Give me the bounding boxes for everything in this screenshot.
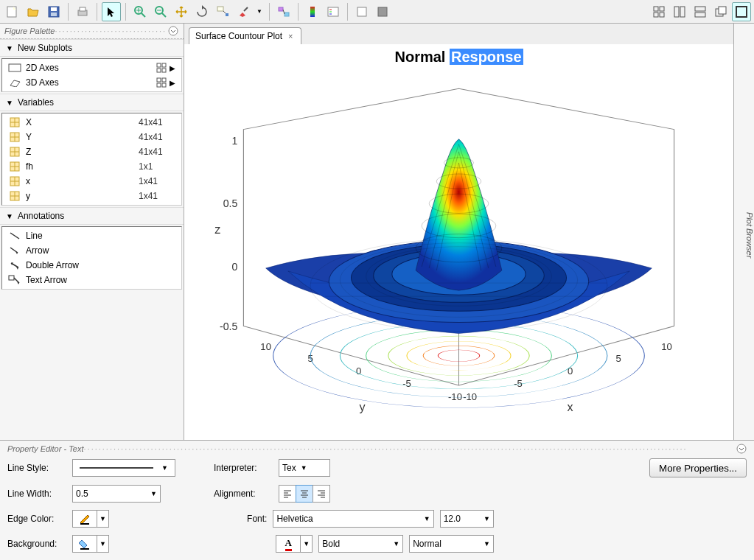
- variable-row[interactable]: X41x41: [4, 115, 180, 130]
- svg-line-70: [14, 278, 19, 283]
- edge-color-picker[interactable]: ▼: [72, 510, 109, 528]
- brush-button[interactable]: [234, 2, 253, 21]
- variable-icon: [8, 176, 21, 186]
- chevron-down-icon: ▼: [6, 212, 13, 220]
- font-angle-combo[interactable]: Normal ▼: [409, 535, 494, 553]
- colorbar-button[interactable]: [303, 2, 322, 21]
- alignment-label: Alignment:: [214, 489, 273, 499]
- new-subplots-body: 2D Axes ▶ 3D Axes ▶: [1, 58, 182, 92]
- font-color-picker[interactable]: A ▼: [276, 535, 313, 553]
- svg-text:y: y: [360, 400, 366, 413]
- align-right-button[interactable]: [313, 485, 330, 503]
- chevron-down-icon: ▼: [97, 535, 109, 553]
- font-weight-combo[interactable]: Bold ▼: [318, 535, 403, 553]
- variable-row[interactable]: fh1x1: [4, 159, 180, 174]
- alignment-group: [279, 485, 330, 503]
- open-button[interactable]: [24, 2, 43, 21]
- font-family-combo[interactable]: Helvetica ▼: [273, 510, 433, 528]
- interpreter-combo[interactable]: Tex ▼: [279, 459, 330, 477]
- zoom-out-button[interactable]: [151, 2, 170, 21]
- figure-palette-title: Figure Palette ·························…: [0, 24, 184, 39]
- save-button[interactable]: [44, 2, 63, 21]
- layout-grid-button[interactable]: [649, 2, 669, 21]
- rotate-button[interactable]: [192, 2, 212, 21]
- font-size-combo[interactable]: 12.0 ▼: [440, 510, 494, 528]
- layout-single-button[interactable]: [732, 2, 751, 21]
- layout-rows-button[interactable]: [691, 2, 710, 21]
- close-tab-button[interactable]: ×: [287, 32, 294, 41]
- title-dots: ·······························: [55, 27, 167, 35]
- subplot-3d-axes[interactable]: 3D Axes ▶: [4, 75, 180, 90]
- svg-text:10: 10: [260, 341, 271, 352]
- plot-canvas[interactable]: Normal Response -0.5 0 0.5 1 z: [184, 44, 733, 440]
- variable-size: 41x41: [139, 132, 175, 142]
- new-subplots-header[interactable]: ▼ New Subplots: [0, 39, 184, 57]
- font-weight-value: Bold: [322, 539, 340, 549]
- new-figure-button[interactable]: [3, 2, 22, 21]
- panel-collapse-button[interactable]: [736, 444, 747, 454]
- property-editor-label: Property Editor - Text: [7, 444, 84, 453]
- line-style-label: Line Style:: [7, 463, 66, 473]
- annotation-row[interactable]: Double Arrow: [4, 258, 180, 273]
- svg-rect-46: [157, 83, 161, 87]
- annotations-header[interactable]: ▼ Annotations: [0, 207, 184, 225]
- variables-header[interactable]: ▼ Variables: [0, 94, 184, 111]
- background-color-picker[interactable]: ▼: [72, 535, 109, 553]
- align-left-button[interactable]: [279, 485, 296, 503]
- edge-color-label: Edge Color:: [7, 514, 66, 524]
- variable-row[interactable]: Z41x41: [4, 144, 180, 159]
- pointer-button[interactable]: [102, 2, 121, 21]
- annotation-icon: [8, 245, 21, 256]
- svg-rect-13: [217, 7, 223, 11]
- grid-icon: [156, 63, 167, 73]
- svg-text:-0.5: -0.5: [220, 321, 237, 332]
- layout-float-button[interactable]: [711, 2, 730, 21]
- plot-browser-panel[interactable]: Plot Browser: [733, 24, 754, 440]
- layout-cols-button[interactable]: [670, 2, 689, 21]
- svg-rect-32: [680, 7, 685, 17]
- svg-text:1: 1: [232, 135, 238, 147]
- data-cursor-button[interactable]: [213, 2, 232, 21]
- line-style-combo[interactable]: ▼: [72, 459, 175, 477]
- annotation-row[interactable]: Arrow: [4, 243, 180, 258]
- variable-row[interactable]: y1x41: [4, 189, 180, 203]
- svg-rect-42: [157, 69, 161, 72]
- chevron-down-icon: ▼: [97, 510, 109, 528]
- annotation-row[interactable]: Line: [4, 228, 180, 243]
- more-properties-button[interactable]: More Properties...: [649, 458, 747, 477]
- svg-rect-17: [279, 7, 283, 11]
- zoom-in-button[interactable]: [130, 2, 150, 21]
- property-editor: Property Editor - Text ·················…: [0, 440, 754, 560]
- align-center-button[interactable]: [296, 485, 313, 503]
- subplot-label: 2D Axes: [26, 63, 153, 73]
- link-data-button[interactable]: [274, 2, 293, 21]
- annotation-icon: [8, 260, 21, 270]
- print-button[interactable]: [73, 2, 92, 21]
- chevron-down-icon: ▼: [301, 535, 313, 553]
- show-tools-button[interactable]: [373, 2, 392, 21]
- line-width-combo[interactable]: 0.5 ▼: [72, 485, 161, 503]
- plot-tab[interactable]: Surface Countour Plot ×: [189, 27, 301, 44]
- svg-text:-5: -5: [514, 378, 523, 389]
- pan-button[interactable]: [172, 2, 191, 21]
- annotation-row[interactable]: Text Arrow: [4, 273, 180, 287]
- svg-rect-44: [157, 78, 161, 82]
- annotations-body: LineArrowDouble ArrowText Arrow: [1, 226, 182, 290]
- annotation-label: Text Arrow: [26, 275, 175, 285]
- interpreter-label: Interpreter:: [214, 463, 273, 473]
- subplot-2d-axes[interactable]: 2D Axes ▶: [4, 60, 180, 75]
- hide-tools-button[interactable]: [352, 2, 371, 21]
- plot-title[interactable]: Normal Response: [184, 49, 733, 66]
- brush-dropdown-button[interactable]: ▼: [254, 2, 265, 21]
- annotation-label: Line: [26, 231, 175, 241]
- svg-rect-123: [80, 548, 89, 550]
- annotation-icon: [8, 275, 21, 285]
- panel-collapse-button[interactable]: [167, 25, 179, 37]
- svg-text:0.5: 0.5: [223, 197, 238, 209]
- chevron-down-icon: ▼: [301, 464, 307, 472]
- variable-name: x: [26, 176, 139, 186]
- variable-row[interactable]: Y41x41: [4, 130, 180, 144]
- legend-button[interactable]: [324, 2, 343, 21]
- variable-row[interactable]: x1x41: [4, 174, 180, 189]
- variable-size: 41x41: [139, 147, 175, 157]
